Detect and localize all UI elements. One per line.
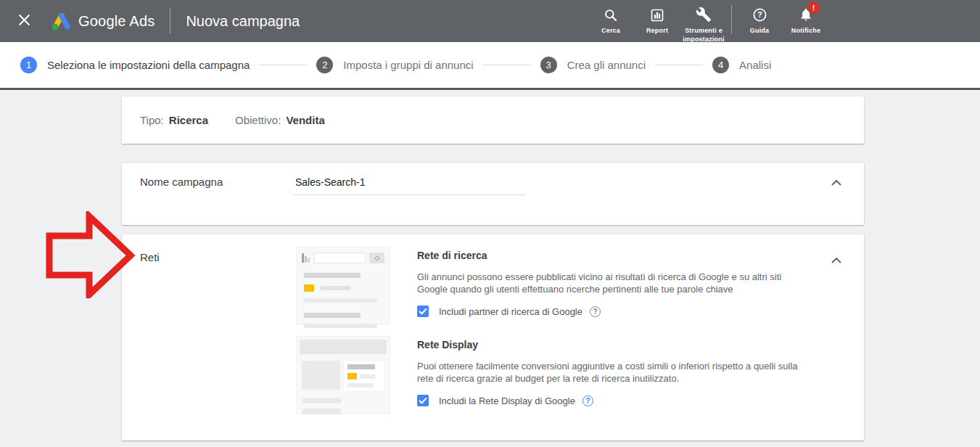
mini-logo-icon — [302, 253, 310, 263]
collapse-networks-button[interactable] — [828, 252, 844, 268]
step-connector — [483, 65, 531, 65]
type-value: Ricerca — [169, 114, 208, 126]
report-icon — [650, 7, 664, 22]
step-number: 1 — [20, 57, 37, 73]
networks-card: Reti Rete — [122, 234, 864, 440]
step-label: Imposta i gruppi di annunci — [343, 59, 473, 71]
step-label: Analisi — [739, 59, 771, 71]
search-partners-label: Includi partner di ricerca di Google — [439, 306, 582, 317]
search-button[interactable]: Cerca — [588, 0, 634, 36]
step-connector — [655, 65, 703, 65]
display-site-thumbnail — [296, 336, 390, 414]
campaign-name-input[interactable] — [294, 171, 526, 195]
goal-label: Obiettivo: — [235, 114, 281, 126]
networks-section-label: Reti — [140, 251, 160, 263]
display-network-title: Rete Display — [417, 336, 800, 350]
close-icon — [18, 14, 30, 28]
ad-badge — [304, 284, 314, 292]
search-network-section: Rete di ricerca Gli annunci possono esse… — [296, 247, 800, 325]
ad-badge — [347, 373, 357, 380]
report-button[interactable]: Report — [634, 0, 680, 36]
help-icon: ? — [752, 7, 767, 22]
brand-name: Google Ads — [78, 13, 155, 30]
display-network-checkbox[interactable] — [417, 395, 429, 406]
campaign-summary-card: Tipo: Ricerca Obiettivo: Vendita — [122, 97, 864, 144]
search-icon — [604, 7, 618, 22]
header-actions: Cerca Report Strumenti e impostazioni ? … — [588, 0, 829, 44]
step-review[interactable]: 4 Analisi — [712, 57, 771, 73]
search-results-thumbnail — [296, 247, 390, 325]
checkmark-icon — [419, 395, 427, 406]
step-number: 3 — [540, 57, 557, 73]
step-create-ads[interactable]: 3 Crea gli annunci — [540, 57, 646, 73]
close-button[interactable] — [18, 14, 30, 28]
search-network-title: Rete di ricerca — [417, 247, 800, 261]
header-divider — [170, 9, 170, 33]
bell-icon: ! — [799, 7, 813, 22]
step-ad-groups[interactable]: 2 Imposta i gruppi di annunci — [316, 57, 473, 73]
display-network-section: Rete Display Puoi ottenere facilmente co… — [296, 336, 800, 414]
notification-badge: ! — [807, 1, 820, 14]
campaign-stepper: 1 Seleziona le impostazioni della campag… — [0, 42, 980, 90]
search-partners-checkbox[interactable] — [417, 305, 429, 317]
wrench-icon — [696, 7, 712, 22]
checkmark-icon — [419, 306, 427, 317]
search-network-description: Gli annunci possono essere pubblicati vi… — [417, 271, 800, 295]
chevron-up-icon — [831, 255, 841, 266]
step-campaign-settings[interactable]: 1 Seleziona le impostazioni della campag… — [20, 57, 250, 73]
mini-search-box — [314, 253, 366, 263]
step-connector — [259, 65, 307, 65]
chevron-up-icon — [831, 177, 841, 188]
display-network-description: Puoi ottenere facilmente conversioni agg… — [417, 360, 800, 385]
annotation-arrow-icon — [45, 211, 136, 298]
step-number: 2 — [316, 57, 333, 73]
actions-divider — [731, 5, 732, 34]
campaign-name-card: Nome campagna — [122, 163, 864, 225]
goal-value: Vendita — [286, 114, 324, 126]
help-button[interactable]: ? Guida — [736, 0, 783, 36]
step-label: Crea gli annunci — [567, 59, 646, 71]
page-title: Nuova campagna — [186, 13, 300, 30]
campaign-name-label: Nome campagna — [140, 176, 223, 188]
app-header: Google Ads Nuova campagna Cerca Report S… — [0, 0, 980, 42]
tools-settings-button[interactable]: Strumenti e impostazioni — [680, 0, 727, 44]
svg-text:?: ? — [757, 11, 762, 20]
help-tooltip-icon[interactable]: ? — [590, 306, 601, 317]
collapse-name-button[interactable] — [828, 174, 844, 191]
step-number: 4 — [712, 57, 729, 73]
type-label: Tipo: — [140, 114, 164, 126]
notifications-button[interactable]: ! Notifiche — [783, 0, 829, 36]
mini-search-button-icon — [369, 253, 384, 263]
step-label: Seleziona le impostazioni della campagna — [47, 59, 250, 71]
network-sections: Rete di ricerca Gli annunci possono esse… — [296, 247, 800, 414]
google-ads-logo-icon — [50, 12, 72, 31]
display-network-checkbox-label: Includi la Rete Display di Google — [439, 395, 575, 406]
help-tooltip-icon[interactable]: ? — [582, 395, 593, 406]
